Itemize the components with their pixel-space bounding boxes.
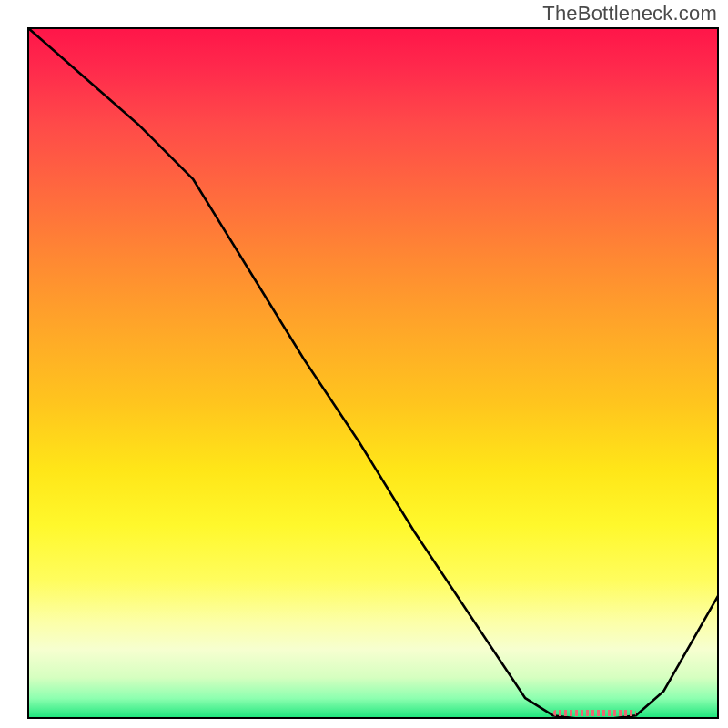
optimal-zone-marker: [553, 710, 636, 716]
chart-container: TheBottleneck.com: [0, 0, 728, 728]
chart-gradient-background: [27, 27, 719, 719]
watermark-text: TheBottleneck.com: [542, 2, 717, 25]
